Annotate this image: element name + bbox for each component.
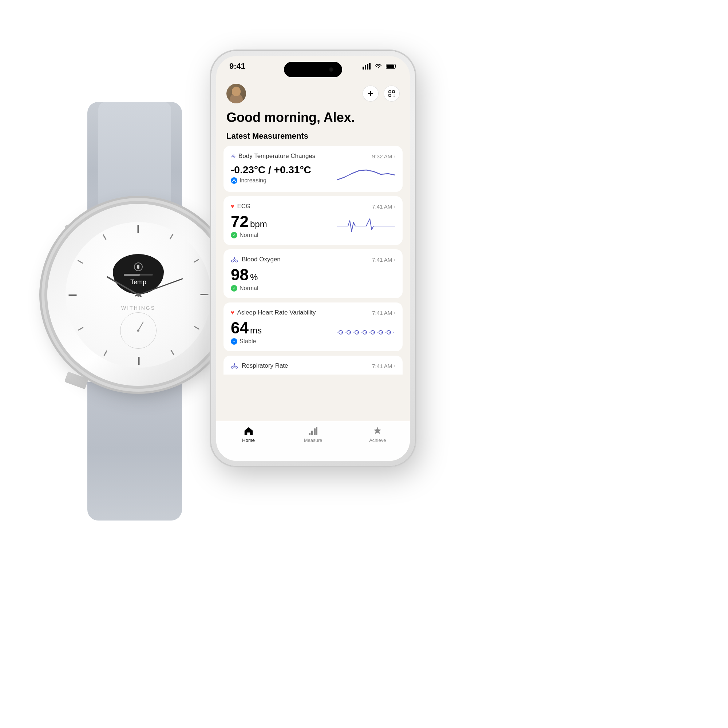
dynamic-island <box>284 62 342 77</box>
lungs-icon <box>231 256 238 263</box>
hrv-unit: ms <box>250 326 262 336</box>
svg-point-17 <box>355 330 359 334</box>
home-icon <box>243 426 254 436</box>
user-avatar <box>226 84 246 103</box>
hrv-header: ♥ Asleep Heart Rate Variability 7:41 AM … <box>231 309 395 316</box>
ecg-value: 72 <box>231 214 249 230</box>
respiratory-lungs-icon <box>231 362 238 369</box>
ecg-chevron: › <box>393 203 395 209</box>
temp-card-icon: ✳ <box>231 153 236 160</box>
svg-rect-12 <box>394 96 395 96</box>
svg-point-16 <box>347 330 350 334</box>
svg-rect-24 <box>314 428 316 435</box>
respiratory-time: 7:41 AM › <box>372 363 395 369</box>
add-button[interactable] <box>362 86 379 102</box>
ecg-status-text: Normal <box>240 232 258 239</box>
signal-icon <box>362 63 370 70</box>
ecg-header: ♥ ECG 7:41 AM › <box>231 203 395 210</box>
wifi-icon <box>374 63 382 69</box>
hrv-body: 64 ms → Stable <box>231 320 395 345</box>
tab-achieve[interactable]: Achieve <box>346 426 410 443</box>
hrv-title: Asleep Heart Rate Variability <box>237 309 316 316</box>
trend-up-icon <box>231 177 237 184</box>
watch-brand: WITHINGS <box>121 305 155 311</box>
header-actions <box>362 86 400 102</box>
avatar-head <box>232 87 241 96</box>
respiratory-card[interactable]: Respiratory Rate 7:41 AM › <box>223 356 402 375</box>
svg-rect-3 <box>369 63 370 70</box>
svg-point-18 <box>363 330 367 334</box>
svg-rect-0 <box>362 67 364 70</box>
svg-rect-23 <box>311 431 313 435</box>
svg-point-19 <box>371 330 375 334</box>
hrv-value: 64 <box>231 320 249 336</box>
watch-band-bottom <box>87 382 182 520</box>
ecg-time: 7:41 AM › <box>372 203 395 210</box>
blood-oxygen-header: Blood Oxygen 7:41 AM › <box>231 256 395 263</box>
measurements-scroll[interactable]: ✳ Body Temperature Changes 9:32 AM › <box>216 146 410 443</box>
svg-rect-10 <box>394 95 395 95</box>
ecg-body: 72 bpm ✓ Normal <box>231 214 395 239</box>
hrv-card[interactable]: ♥ Asleep Heart Rate Variability 7:41 AM … <box>223 303 402 351</box>
scan-button[interactable] <box>384 86 400 102</box>
watch-case: Temp WITHINGS <box>47 204 229 386</box>
hrv-sparkline <box>337 321 395 343</box>
svg-rect-5 <box>387 65 394 68</box>
svg-point-13 <box>231 177 237 184</box>
svg-rect-1 <box>365 65 366 70</box>
temp-label: Temp <box>130 278 146 286</box>
hrv-status-check: → <box>231 338 237 345</box>
blood-oxygen-value: 98 <box>231 267 249 283</box>
thermometer-icon <box>134 262 143 271</box>
svg-rect-25 <box>316 427 317 435</box>
blood-oxygen-title: Blood Oxygen <box>242 256 281 263</box>
svg-point-20 <box>379 330 382 334</box>
ecg-unit: bpm <box>250 219 267 229</box>
svg-point-15 <box>339 330 343 334</box>
tab-measure[interactable]: Measure <box>281 426 345 443</box>
phone: 9:41 <box>211 51 415 466</box>
ecg-status-check: ✓ <box>231 232 237 239</box>
respiratory-chevron: › <box>393 363 395 369</box>
temp-gauge <box>124 273 153 277</box>
app-content: Good morning, Alex. Latest Measurements … <box>216 76 410 461</box>
blood-oxygen-chevron: › <box>393 257 395 262</box>
body-temp-header: ✳ Body Temperature Changes 9:32 AM › <box>231 153 395 160</box>
tab-home-label: Home <box>242 437 255 443</box>
respiratory-title: Respiratory Rate <box>242 362 288 369</box>
status-icons <box>362 63 397 70</box>
sub-center <box>137 329 139 332</box>
hrv-icon: ♥ <box>231 309 234 316</box>
svg-rect-7 <box>392 91 395 93</box>
body-temp-chevron: › <box>393 153 395 159</box>
ecg-card[interactable]: ♥ ECG 7:41 AM › 72 <box>223 196 402 245</box>
tab-measure-label: Measure <box>304 437 323 443</box>
sub-dial <box>120 312 156 349</box>
blood-oxygen-status-text: Normal <box>240 285 258 292</box>
greeting-text: Good morning, Alex. <box>226 110 400 125</box>
svg-rect-22 <box>309 433 310 435</box>
hrv-status-text: Stable <box>240 338 256 345</box>
hrv-chevron: › <box>393 310 395 316</box>
body-temp-status: Increasing <box>240 177 266 184</box>
blood-oxygen-status-check: ✓ <box>231 285 237 292</box>
blood-oxygen-card[interactable]: Blood Oxygen 7:41 AM › 98 % <box>223 249 402 298</box>
svg-point-21 <box>387 330 391 334</box>
body-temp-value: -0.23°C / +0.31°C <box>231 165 311 175</box>
respiratory-header: Respiratory Rate 7:41 AM › <box>231 362 395 369</box>
blood-oxygen-unit: % <box>250 272 258 283</box>
tab-home[interactable]: Home <box>216 426 281 443</box>
svg-rect-2 <box>367 64 369 70</box>
phone-frame: 9:41 <box>211 51 415 466</box>
body-temp-card[interactable]: ✳ Body Temperature Changes 9:32 AM › <box>223 146 402 192</box>
ecg-sparkline <box>337 215 395 237</box>
body-temp-body: -0.23°C / +0.31°C Increasing <box>231 164 395 185</box>
body-temp-title: Body Temperature Changes <box>239 153 315 160</box>
ecg-title: ECG <box>237 203 251 210</box>
status-time: 9:41 <box>229 61 245 71</box>
svg-rect-11 <box>393 96 393 96</box>
blood-oxygen-body: 98 % ✓ Normal <box>231 267 395 292</box>
section-title: Latest Measurements <box>216 132 410 146</box>
body-temp-sparkline <box>337 164 395 185</box>
blood-oxygen-time: 7:41 AM › <box>372 257 395 263</box>
